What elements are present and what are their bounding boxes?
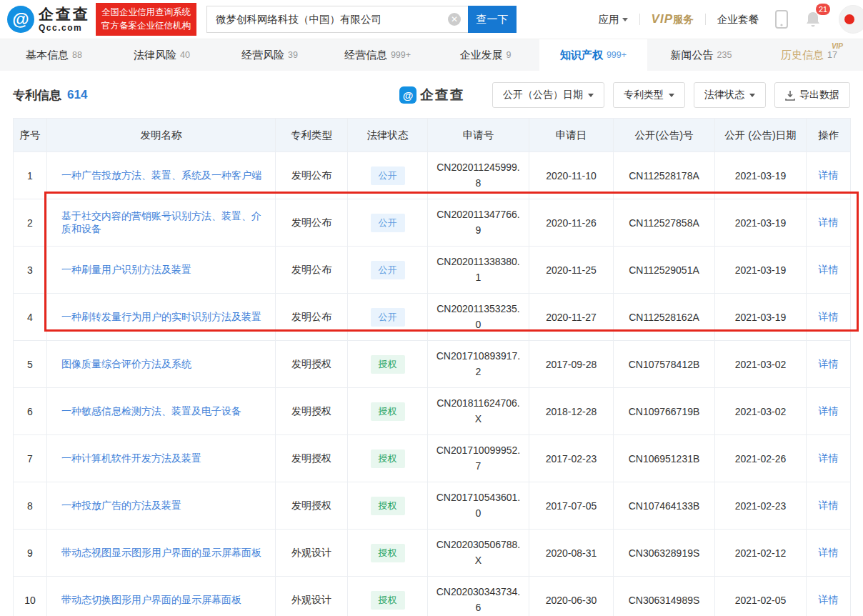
- export-data-button[interactable]: 导出数据: [774, 82, 850, 108]
- notification-count-badge: 21: [816, 4, 830, 15]
- table-row: 2 基于社交内容的营销账号识别方法、装置、介质和设备 发明公布 公开 CN202…: [14, 199, 851, 247]
- vip-service-menu[interactable]: VIP服务: [652, 12, 694, 26]
- publication-date: 2021-03-19: [715, 294, 807, 341]
- publication-date: 2021-02-26: [715, 435, 807, 482]
- enterprise-package-menu[interactable]: 企业套餐: [717, 13, 759, 26]
- status-badge: 授权: [371, 402, 405, 421]
- patent-type: 发明公布: [276, 294, 348, 341]
- detail-link[interactable]: 详情: [819, 405, 839, 417]
- notification-bell-icon[interactable]: 21: [804, 10, 822, 29]
- table-row: 5 图像质量综合评价方法及系统 发明授权 授权 CN201710893917.2…: [14, 341, 851, 388]
- tab-intellectual-property[interactable]: 知识产权999+: [539, 39, 647, 71]
- table-row: 4 一种刷转发量行为用户的实时识别方法及装置 发明公布 公开 CN2020113…: [14, 294, 851, 341]
- status-badge: 授权: [371, 497, 405, 515]
- application-number: CN201710893917.2: [435, 349, 522, 379]
- col-type: 专利类型: [276, 119, 348, 152]
- row-seq: 3: [14, 247, 47, 294]
- top-menu: 应用 VIP服务 企业套餐 21: [599, 5, 863, 34]
- patent-title-link[interactable]: 一种计算机软件开发方法及装置: [61, 452, 201, 464]
- application-date: 2017-09-28: [529, 341, 614, 388]
- patent-table: 序号 发明名称 专利类型 法律状态 申请号 申请日 公开(公告)号 公开 (公告…: [13, 118, 851, 616]
- tab-company-development[interactable]: 企业发展9: [432, 39, 539, 71]
- row-seq: 2: [14, 199, 47, 247]
- apps-menu[interactable]: 应用: [599, 13, 628, 26]
- patent-title-link[interactable]: 带动态切换图形用户界面的显示屏幕面板: [61, 594, 241, 605]
- chevron-down-icon: [669, 94, 674, 97]
- user-avatar[interactable]: [839, 5, 863, 34]
- patent-title-link[interactable]: 一种刷转发量行为用户的实时识别方法及装置: [61, 311, 261, 322]
- detail-link[interactable]: 详情: [819, 452, 839, 464]
- legal-status-filter[interactable]: 法律状态: [694, 82, 766, 108]
- patent-type-filter[interactable]: 专利类型: [613, 82, 685, 108]
- tab-history-info[interactable]: 历史信息17VIP: [755, 39, 863, 71]
- detail-link[interactable]: 详情: [819, 264, 839, 275]
- col-status: 法律状态: [348, 119, 428, 152]
- col-title: 发明名称: [47, 119, 276, 152]
- patent-title-link[interactable]: 一种广告投放方法、装置、系统及一种客户端: [61, 169, 261, 181]
- application-number: CN202030343734.6: [435, 585, 522, 615]
- clear-search-icon[interactable]: ✕: [448, 13, 461, 26]
- patent-title-link[interactable]: 基于社交内容的营销账号识别方法、装置、介质和设备: [61, 210, 261, 234]
- qcc-logo-domain: Qcc.com: [39, 24, 90, 32]
- patent-title-link[interactable]: 一种投放广告的方法及装置: [61, 500, 181, 511]
- publication-number: CN112529051A: [614, 247, 715, 294]
- application-number: CN201710099952.7: [435, 443, 522, 474]
- application-number: CN202011347766.9: [435, 207, 522, 238]
- application-date: 2018-12-28: [529, 388, 614, 435]
- search-button[interactable]: 查一下: [468, 6, 517, 33]
- patent-section-title: 专利信息: [13, 87, 61, 104]
- divider: [639, 14, 640, 25]
- table-row: 3 一种刷量用户识别方法及装置 发明公布 公开 CN202011338380.1…: [14, 247, 851, 294]
- row-seq: 7: [14, 435, 47, 482]
- chevron-down-icon: [622, 18, 628, 21]
- detail-link[interactable]: 详情: [819, 547, 839, 558]
- patent-count: 614: [67, 88, 87, 102]
- publication-number: CN107464133B: [614, 482, 715, 530]
- col-pub-no: 公开(公告)号: [614, 119, 715, 152]
- patent-type: 外观设计: [276, 577, 348, 616]
- patent-title-link[interactable]: 一种敏感信息检测方法、装置及电子设备: [61, 405, 241, 417]
- tab-operation-risk[interactable]: 经营风险39: [216, 39, 324, 71]
- table-row: 8 一种投放广告的方法及装置 发明授权 授权 CN201710543601.0 …: [14, 482, 851, 530]
- publication-date-filter[interactable]: 公开（公告）日期: [492, 82, 604, 108]
- publication-date: 2021-03-19: [715, 152, 807, 199]
- publication-number: CN306328919S: [614, 530, 715, 577]
- detail-link[interactable]: 详情: [819, 169, 839, 181]
- patent-title-link[interactable]: 一种刷量用户识别方法及装置: [61, 264, 191, 275]
- row-seq: 8: [14, 482, 47, 530]
- company-tab-bar: 基本信息88 法律风险40 经营风险39 经营信息999+ 企业发展9 知识产权…: [0, 39, 863, 71]
- vip-tag: VIP: [832, 42, 843, 50]
- application-date: 2020-11-26: [529, 199, 614, 247]
- application-date: 2017-07-05: [529, 482, 614, 530]
- detail-link[interactable]: 详情: [819, 311, 839, 322]
- col-seq: 序号: [14, 119, 47, 152]
- application-number: CN201710543601.0: [435, 490, 522, 521]
- detail-link[interactable]: 详情: [819, 500, 839, 511]
- mobile-app-icon[interactable]: [774, 9, 789, 29]
- divider: [705, 14, 706, 25]
- row-seq: 9: [14, 530, 47, 577]
- publication-date: 2021-03-02: [715, 341, 807, 388]
- tab-legal-risk[interactable]: 法律风险40: [108, 39, 216, 71]
- application-date: 2017-02-23: [529, 435, 614, 482]
- status-badge: 公开: [371, 167, 405, 185]
- status-badge: 授权: [371, 591, 405, 610]
- publication-date: 2021-03-02: [715, 388, 807, 435]
- detail-link[interactable]: 详情: [819, 217, 839, 228]
- detail-link[interactable]: 详情: [819, 594, 839, 605]
- status-badge: 授权: [371, 449, 405, 468]
- detail-link[interactable]: 详情: [819, 358, 839, 369]
- official-credit-badge: 全国企业信用查询系统 官方备案企业征信机构: [96, 3, 196, 36]
- tab-basic-info[interactable]: 基本信息88: [0, 39, 108, 71]
- patent-type: 发明公布: [276, 247, 348, 294]
- table-row: 7 一种计算机软件开发方法及装置 发明授权 授权 CN201710099952.…: [14, 435, 851, 482]
- search-input[interactable]: [206, 6, 468, 33]
- table-row: 1 一种广告投放方法、装置、系统及一种客户端 发明公布 公开 CN2020112…: [14, 152, 851, 199]
- tab-news-announcements[interactable]: 新闻公告235: [647, 39, 755, 71]
- tab-operation-info[interactable]: 经营信息999+: [324, 39, 432, 71]
- patent-title-link[interactable]: 带动态视图显示图形用户界面的显示屏幕面板: [61, 547, 261, 558]
- col-app-date: 申请日: [529, 119, 614, 152]
- patent-title-link[interactable]: 图像质量综合评价方法及系统: [61, 358, 191, 369]
- patent-type: 发明授权: [276, 435, 348, 482]
- qcc-logo[interactable]: @ 企查查 Qcc.com: [7, 6, 90, 33]
